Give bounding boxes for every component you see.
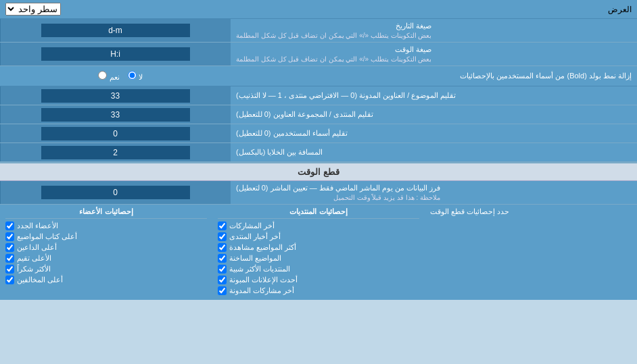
stats-item-f1: أخر أخبار المنتدى	[218, 232, 419, 241]
bold-label: إزالة نمط بولد (Bold) من أسماء المستخدمي…	[235, 72, 632, 80]
stats-label-m5: أعلى المخالفين	[17, 276, 63, 284]
stats-label-f2: أكثر المواضيع مشاهدة	[229, 243, 296, 252]
stats-label-f3: المواضيع الساخنة	[229, 254, 281, 263]
stats-item-m4: الأكثر شكراً	[5, 265, 207, 274]
time-format-input-container	[0, 43, 230, 66]
cell-spacing-label: المسافة بين الخلايا (بالبكسل)	[230, 143, 637, 161]
display-row: العرض سطر واحدسطرانثلاثة أسطر	[0, 0, 637, 19]
stats-label-m2: أعلى الداعين	[17, 243, 57, 252]
bold-yes-label: نعم	[98, 71, 119, 82]
main-container: العرض سطر واحدسطرانثلاثة أسطر صيغة التار…	[0, 0, 637, 300]
forum-threads-input-container	[0, 86, 230, 105]
stats-label-f5: أحدث الإعلانات المبونة	[229, 276, 298, 284]
stats-check-m2[interactable]	[5, 243, 14, 252]
stats-check-f5[interactable]	[218, 276, 227, 284]
forum-usernames-label: تقليم المنتدى / المجموعة العناوين (0 للت…	[230, 105, 637, 124]
stats-check-f0[interactable]	[218, 222, 227, 230]
stats-item-m3: الأعلى تقيم	[5, 254, 207, 263]
stats-check-m3[interactable]	[5, 254, 14, 263]
time-format-label: صيغة الوقت بعض التكوينات يتطلب «/» التي …	[230, 43, 637, 66]
stats-check-f2[interactable]	[218, 243, 227, 252]
cutoff-row: فرز البيانات من يوم الماشر الماضي فقط — …	[0, 181, 637, 205]
forum-usernames-row: تقليم المنتدى / المجموعة العناوين (0 للت…	[0, 105, 637, 124]
date-format-label: صيغة التاريخ بعض التكوينات يتطلب «/» الت…	[230, 19, 637, 42]
stats-col-forums: إحصائيات المنتديات أخر المشاركات أخر أخب…	[212, 207, 425, 297]
bold-no-label: لا	[128, 71, 143, 82]
stats-item-f0: أخر المشاركات	[218, 222, 419, 230]
cell-spacing-row: المسافة بين الخلايا (بالبكسل)	[0, 143, 637, 162]
date-format-input[interactable]	[41, 24, 190, 37]
stats-item-f6: أخر مشاركات المدونة	[218, 286, 419, 295]
stats-label-f4: المنتديات الأكثر شبية	[229, 265, 290, 274]
cutoff-input-container	[0, 181, 230, 204]
stats-check-m1[interactable]	[5, 232, 14, 241]
time-format-row: صيغة الوقت بعض التكوينات يتطلب «/» التي …	[0, 43, 637, 66]
stats-item-m5: أعلى المخالفين	[5, 276, 207, 284]
stats-label-f0: أخر المشاركات	[229, 222, 275, 230]
stats-check-m5[interactable]	[5, 276, 14, 284]
stats-item-f3: المواضيع الساخنة	[218, 254, 419, 263]
user-names-input-container	[0, 124, 230, 142]
stats-check-f6[interactable]	[218, 286, 227, 295]
stats-col-members: إحصائيات الأعضاء الأعضاء الجدد أعلى كتاب…	[0, 207, 212, 297]
stats-check-f4[interactable]	[218, 265, 227, 274]
bold-no-radio[interactable]	[128, 71, 137, 80]
bold-yes-radio[interactable]	[98, 71, 107, 80]
stats-col-members-title: إحصائيات الأعضاء	[5, 207, 207, 219]
cutoff-label: فرز البيانات من يوم الماشر الماضي فقط — …	[230, 181, 637, 204]
cell-spacing-input[interactable]	[41, 146, 190, 159]
stats-label-f1: أخر أخبار المنتدى	[229, 232, 281, 241]
date-format-row: صيغة التاريخ بعض التكوينات يتطلب «/» الت…	[0, 19, 637, 43]
forum-threads-input[interactable]	[41, 89, 190, 103]
stats-item-f2: أكثر المواضيع مشاهدة	[218, 243, 419, 252]
user-names-label: تقليم أسماء المستخدمين (0 للتعطيل)	[230, 124, 637, 142]
user-names-input[interactable]	[41, 127, 190, 140]
stats-item-m1: أعلى كتاب المواضيع	[5, 232, 207, 241]
stats-check-m4[interactable]	[5, 265, 14, 274]
display-label: العرض	[608, 5, 632, 14]
cell-spacing-input-container	[0, 143, 230, 161]
stats-area: حدد إحصائيات قطع الوقت إحصائيات المنتديا…	[0, 205, 637, 300]
stats-check-m0[interactable]	[5, 222, 14, 230]
date-format-input-container	[0, 19, 230, 42]
time-format-input[interactable]	[41, 47, 190, 61]
stats-item-f4: المنتديات الأكثر شبية	[218, 265, 419, 274]
stats-apply-label: حدد إحصائيات قطع الوقت	[430, 207, 509, 216]
stats-right-label: حدد إحصائيات قطع الوقت	[425, 207, 637, 297]
stats-label-m0: الأعضاء الجدد	[17, 222, 58, 230]
forum-usernames-input-container	[0, 105, 230, 124]
forum-threads-label: تقليم الموضوع / العناوين المدونة (0 — ال…	[230, 86, 637, 105]
forum-usernames-input[interactable]	[41, 108, 190, 122]
stats-item-m0: الأعضاء الجدد	[5, 222, 207, 230]
stats-label-m4: الأكثر شكراً	[17, 265, 51, 274]
stats-item-f5: أحدث الإعلانات المبونة	[218, 276, 419, 284]
stats-label-f6: أخر مشاركات المدونة	[229, 286, 294, 295]
bold-radio-group: نعم لا	[5, 71, 235, 82]
forum-threads-row: تقليم الموضوع / العناوين المدونة (0 — ال…	[0, 86, 637, 105]
cutoff-section-header: قطع الوقت	[0, 162, 637, 181]
stats-label-m3: الأعلى تقيم	[17, 254, 51, 263]
stats-check-f3[interactable]	[218, 254, 227, 263]
bold-row: إزالة نمط بولد (Bold) من أسماء المستخدمي…	[0, 66, 637, 86]
user-names-row: تقليم أسماء المستخدمين (0 للتعطيل)	[0, 124, 637, 143]
stats-item-m2: أعلى الداعين	[5, 243, 207, 252]
stats-check-f1[interactable]	[218, 232, 227, 241]
cutoff-input[interactable]	[41, 186, 190, 199]
stats-label-m1: أعلى كتاب المواضيع	[17, 232, 77, 241]
stats-col-forums-title: إحصائيات المنتديات	[218, 207, 419, 219]
display-select[interactable]: سطر واحدسطرانثلاثة أسطر	[5, 3, 61, 16]
